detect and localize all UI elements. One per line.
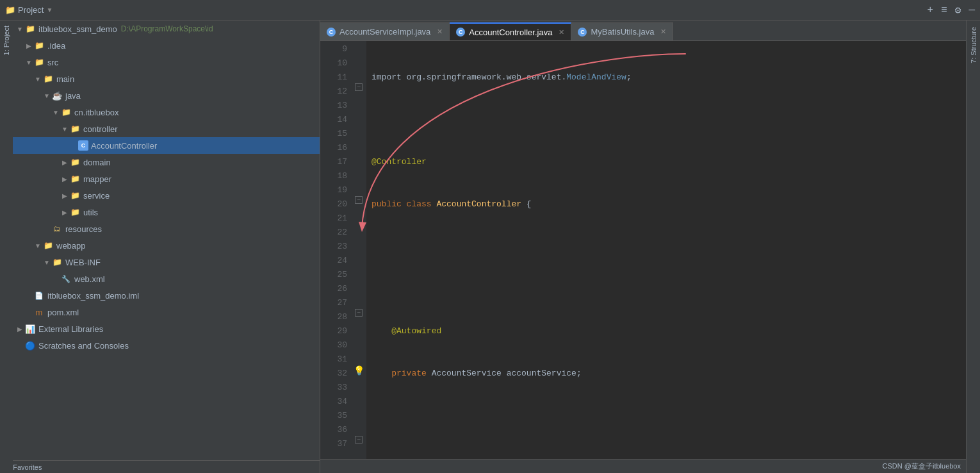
tree-item-root[interactable]: ▼ 📁 itbluebox_ssm_demo D:\AProgramWorkSp… (13, 21, 320, 37)
tab-bar: C AccountServiceImpl.java ✕ C AccountCon… (320, 21, 966, 41)
fold-icon-save[interactable]: − (355, 196, 363, 204)
folder-icon: 📁 (60, 106, 72, 118)
tree-label: itbluebox_ssm_demo (38, 24, 117, 34)
tree-item-main[interactable]: ▼ 📁 main (13, 71, 320, 87)
code-content[interactable]: import org.springframework.web.servlet.M… (366, 41, 966, 459)
add-icon[interactable]: + (927, 4, 934, 16)
tree-item-webxml[interactable]: 🔧 web.xml (13, 270, 320, 287)
tab-class-icon: C (456, 28, 465, 37)
tree-item-domain[interactable]: ▶ 📁 domain (13, 154, 320, 170)
tree-label: service (83, 191, 110, 201)
fold-icon[interactable]: − (355, 83, 363, 91)
project-tab-label[interactable]: 1: Project (1, 21, 12, 60)
tree-item-webinf[interactable]: ▼ 📁 WEB-INF (13, 254, 320, 270)
tree-item-webapp[interactable]: ▼ 📁 webapp (13, 237, 320, 254)
scratches-icon: 🔵 (24, 340, 36, 351)
tree-label: External Libraries (38, 324, 103, 334)
project-sidebar: 1: Project ▼ 📁 itbluebox_ssm_demo D:\APr… (0, 21, 320, 473)
iml-icon: 📄 (33, 290, 45, 301)
tab-mybatisutils[interactable]: C MyBatisUtils.java ✕ (571, 22, 673, 40)
code-line-16: private AccountService accountService; (372, 367, 966, 381)
code-line-13 (372, 240, 966, 254)
structure-tab[interactable]: 7: Structure (968, 21, 979, 70)
folder-icon: 📁 (5, 5, 15, 15)
code-editor: 9 10 11 12 13 14 15 16 17 18 19 20 21 22… (320, 41, 966, 459)
tree-item-utils[interactable]: ▶ 📁 utils (13, 204, 320, 220)
settings-icon[interactable]: ⚙ (955, 4, 961, 17)
project-selector[interactable]: 📁 Project ▼ (5, 5, 53, 15)
tree-item-controller[interactable]: ▼ 📁 controller (13, 120, 320, 137)
arrow-icon: ▼ (42, 259, 51, 266)
tree-item-accountcontroller[interactable]: C AccountController (13, 137, 320, 154)
fold-icon-end[interactable]: − (355, 436, 363, 444)
arrow-icon: ▶ (60, 159, 69, 166)
tab-close-icon[interactable]: ✕ (437, 28, 443, 36)
maven-icon: m (33, 306, 45, 318)
tab-close-icon[interactable]: ✕ (559, 28, 564, 37)
arrow-icon: ▶ (15, 326, 24, 333)
code-line-9: import org.springframework.web.servlet.M… (372, 71, 966, 85)
tab-accountcontroller[interactable]: C AccountController.java ✕ (450, 22, 571, 40)
editor-gutter: − − − 💡 − (352, 41, 366, 459)
project-tree: ▼ 📁 itbluebox_ssm_demo D:\AProgramWorkSp… (13, 21, 320, 460)
tree-label: web.xml (74, 274, 105, 284)
tree-item-service[interactable]: ▶ 📁 service (13, 187, 320, 204)
top-bar: 📁 Project ▼ + ≡ ⚙ — (0, 0, 980, 21)
chevron-down-icon: ▼ (46, 6, 53, 13)
tree-item-idea[interactable]: ▶ 📁 .idea (13, 37, 320, 54)
tree-label: java (65, 91, 81, 101)
tree-label: src (47, 58, 58, 67)
tree-label: itbluebox_ssm_demo.iml (47, 291, 139, 301)
tree-label: .idea (47, 41, 65, 51)
code-line-12: public class AccountController { (372, 197, 966, 212)
tree-label: webapp (56, 241, 86, 251)
tree-item-package[interactable]: ▼ 📁 cn.itbluebox (13, 104, 320, 120)
fold-icon-findall[interactable]: − (355, 309, 363, 317)
tab-close-icon[interactable]: ✕ (660, 28, 666, 36)
tab-label: MyBatisUtils.java (591, 27, 654, 37)
arrow-icon: ▼ (33, 242, 42, 249)
tree-item-pom[interactable]: m pom.xml (13, 304, 320, 320)
code-line-14 (372, 282, 966, 296)
tree-item-extlib[interactable]: ▶ 📊 External Libraries (13, 320, 320, 337)
extlib-icon: 📊 (24, 323, 36, 335)
arrow-icon: ▼ (15, 26, 24, 33)
folder-icon: 📁 (69, 173, 81, 185)
minimize-icon[interactable]: — (968, 4, 975, 16)
tree-label: AccountController (91, 141, 157, 151)
toolbar-icons: + ≡ ⚙ — (927, 4, 975, 17)
folder-icon: 📁 (69, 123, 81, 135)
tree-item-iml[interactable]: 📄 itbluebox_ssm_demo.iml (13, 287, 320, 304)
arrow-icon: ▶ (24, 42, 33, 49)
tree-item-scratches[interactable]: 🔵 Scratches and Consoles (13, 337, 320, 354)
tree-label: utils (83, 208, 98, 217)
bulb-icon[interactable]: 💡 (354, 365, 364, 376)
tree-label: pom.xml (47, 308, 79, 317)
tree-label: domain (83, 158, 111, 167)
arrow-icon: ▶ (60, 209, 69, 216)
tree-label: Scratches and Consoles (38, 341, 129, 351)
folder-icon: 📁 (33, 56, 45, 68)
class-icon: C (78, 140, 88, 151)
tree-item-resources[interactable]: 🗂 resources (13, 220, 320, 237)
tree-label: controller (83, 124, 117, 134)
arrow-icon: ▼ (33, 76, 42, 83)
arrow-icon: ▼ (24, 59, 33, 66)
tree-label: resources (65, 224, 102, 234)
tree-item-java[interactable]: ▼ ☕ java (13, 87, 320, 104)
folder-icon: 📁 (69, 156, 81, 168)
arrow-icon: ▼ (60, 126, 69, 133)
sidebar-vertical-tabs: 1: Project (0, 21, 13, 473)
folder-icon: 📁 (42, 73, 54, 85)
bottom-bar: CSDN @蓝盒子itbluebox (320, 459, 966, 473)
tree-item-mapper[interactable]: ▶ 📁 mapper (13, 170, 320, 187)
menu-icon[interactable]: ≡ (941, 4, 947, 16)
tree-item-src[interactable]: ▼ 📁 src (13, 54, 320, 71)
editor-area: C AccountServiceImpl.java ✕ C AccountCon… (320, 21, 966, 473)
favorites-bar: 2: Favorites (0, 460, 320, 473)
tab-accountserviceimpl[interactable]: C AccountServiceImpl.java ✕ (320, 22, 450, 40)
tree-label: cn.itbluebox (74, 108, 118, 117)
code-line-11: @Controller (372, 155, 966, 169)
code-line-10 (372, 113, 966, 127)
arrow-icon: ▶ (60, 192, 69, 199)
